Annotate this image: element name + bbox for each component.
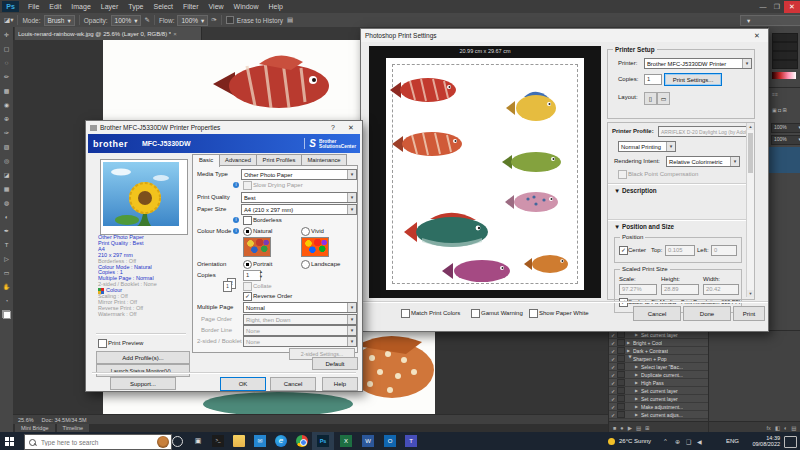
- quick-select-tool-icon[interactable]: ✏: [1, 72, 12, 82]
- support-button[interactable]: Support...: [110, 377, 176, 390]
- lock-icons[interactable]: ▣ ◘ ⊞: [772, 107, 787, 113]
- play-icon[interactable]: ▶: [628, 425, 632, 431]
- hand-tool-icon[interactable]: ✋: [1, 282, 12, 292]
- airbrush-icon[interactable]: ✑: [211, 16, 216, 24]
- action-dialog-toggle[interactable]: [617, 387, 625, 394]
- scroll-down-icon[interactable]: ▼: [747, 290, 754, 297]
- action-check-icon[interactable]: ✓: [609, 396, 617, 402]
- edge-icon[interactable]: e: [275, 435, 287, 447]
- brush-tool-icon[interactable]: ✑: [1, 128, 12, 138]
- description-section[interactable]: ▼ Description: [614, 187, 657, 194]
- help-button[interactable]: Help: [322, 377, 358, 391]
- action-dialog-toggle[interactable]: [617, 403, 625, 410]
- action-check-icon[interactable]: ✓: [609, 332, 617, 338]
- action-check-icon[interactable]: ✓: [609, 356, 617, 362]
- clock[interactable]: 14:3909/08/2022: [746, 435, 780, 447]
- close-icon[interactable]: ✕: [344, 124, 358, 132]
- copies-spinner[interactable]: ▲▼: [259, 269, 263, 279]
- gamut-warning-checkbox[interactable]: [471, 309, 480, 318]
- new-set-icon[interactable]: ▤: [636, 425, 641, 431]
- media-type-dropdown[interactable]: Other Photo Paper▾: [241, 169, 357, 180]
- done-button[interactable]: Done: [683, 306, 731, 321]
- menu-item[interactable]: Select: [154, 3, 173, 10]
- style-swatch[interactable]: [772, 42, 798, 51]
- sections-scrollbar[interactable]: ▲ ▼: [746, 123, 754, 297]
- style-swatch[interactable]: [772, 33, 798, 42]
- printer-dropdown[interactable]: Brother MFC-J5330DW Printer▾: [644, 58, 752, 69]
- eraser-tool-icon[interactable]: ◪: [1, 170, 12, 180]
- panel-tab[interactable]: Timeline: [57, 424, 90, 432]
- menu-item[interactable]: View: [209, 3, 224, 10]
- print-button[interactable]: Print: [733, 306, 765, 321]
- zoom-tool-icon[interactable]: ◔: [1, 296, 12, 306]
- adjustment-layer-icon[interactable]: ◐: [784, 425, 787, 431]
- chevron-down-icon[interactable]: ▾: [10, 16, 13, 24]
- layout-portrait-button[interactable]: ▯: [644, 92, 657, 105]
- printer-profile-dropdown[interactable]: ARRIFLEX D-20 Daylight Log (by Adobe)▾: [658, 126, 748, 137]
- print-quality-dropdown[interactable]: Best▾: [241, 192, 357, 203]
- action-check-icon[interactable]: ✓: [609, 412, 617, 418]
- two-sided-dropdown[interactable]: None▾: [243, 336, 357, 347]
- scale-field[interactable]: 97.27%: [619, 284, 657, 295]
- stop-icon[interactable]: ■: [613, 425, 616, 431]
- landscape-radio[interactable]: [301, 260, 310, 269]
- chat-icon[interactable]: ❑: [686, 438, 691, 445]
- help-icon[interactable]: ?: [326, 124, 340, 131]
- history-brush-tool-icon[interactable]: ◎: [1, 156, 12, 166]
- border-line-dropdown[interactable]: None▾: [243, 325, 357, 336]
- move-tool-icon[interactable]: ✛: [1, 30, 12, 40]
- action-row[interactable]: ✓ ▶ High Pass: [609, 379, 709, 387]
- pen-tool-icon[interactable]: ✒: [1, 226, 12, 236]
- action-row[interactable]: ✓ ▶ Duplicate current...: [609, 371, 709, 379]
- action-row[interactable]: ✓ ▶ Bright + Cool: [609, 339, 709, 347]
- action-row[interactable]: ✓ ▶ Select layer "Bac...: [609, 363, 709, 371]
- notification-center-icon[interactable]: [784, 436, 797, 448]
- lasso-tool-icon[interactable]: ◌: [1, 58, 12, 68]
- start-button[interactable]: [5, 437, 14, 446]
- status-monitor-button[interactable]: Launch Status Monitor(V)...: [96, 364, 190, 377]
- black-point-checkbox[interactable]: [618, 170, 627, 179]
- taskbar-search[interactable]: [24, 434, 172, 450]
- vivid-radio[interactable]: [301, 227, 310, 236]
- show-paper-white-checkbox[interactable]: [529, 309, 538, 318]
- document-tab[interactable]: Louis-renard-rainbow-wk.jpg @ 25.6% (Lay…: [15, 27, 202, 40]
- minimize-icon[interactable]: —: [756, 1, 770, 13]
- action-check-icon[interactable]: ✓: [609, 348, 617, 354]
- layers-fill-field[interactable]: 100%▾: [771, 135, 800, 145]
- menu-item[interactable]: Layer: [101, 3, 119, 10]
- menu-item[interactable]: File: [28, 3, 39, 10]
- shape-tool-icon[interactable]: ▭: [1, 268, 12, 278]
- weather-sun-icon[interactable]: [608, 438, 615, 445]
- zoom-level[interactable]: 25.6%: [18, 417, 34, 423]
- page-order-dropdown[interactable]: Right, then Down▾: [243, 314, 357, 325]
- cancel-button[interactable]: Cancel: [270, 377, 316, 391]
- brush-panel-icon[interactable]: ▤: [287, 16, 293, 24]
- center-checkbox[interactable]: [619, 246, 628, 255]
- action-dialog-toggle[interactable]: [617, 331, 625, 338]
- collate-checkbox[interactable]: [243, 282, 252, 291]
- brother-dialog-titlebar[interactable]: Brother MFC-J5330DW Printer Properties ?…: [86, 121, 362, 134]
- panel-tab[interactable]: Mini Bridge: [15, 424, 55, 432]
- close-icon[interactable]: ✕: [784, 1, 800, 13]
- opacity-dropdown[interactable]: 100%▾: [111, 15, 142, 26]
- workspace-dropdown[interactable]: ▾: [740, 15, 800, 26]
- layout-landscape-button[interactable]: ▭: [657, 92, 670, 105]
- action-dialog-toggle[interactable]: [617, 411, 625, 418]
- gradient-tool-icon[interactable]: ▦: [1, 184, 12, 194]
- type-tool-icon[interactable]: T: [1, 240, 12, 250]
- language-indicator[interactable]: ENG: [726, 438, 739, 444]
- pen-pressure-icon[interactable]: ✎: [144, 16, 149, 24]
- action-dialog-toggle[interactable]: [617, 339, 625, 346]
- action-check-icon[interactable]: ✓: [609, 380, 617, 386]
- marquee-tool-icon[interactable]: ▢: [1, 44, 12, 54]
- layer-effects-icon[interactable]: fx: [766, 425, 770, 431]
- settings-tab[interactable]: Basic: [192, 154, 220, 167]
- outlook-icon[interactable]: O: [384, 435, 396, 447]
- healing-tool-icon[interactable]: ⊕: [1, 114, 12, 124]
- action-check-icon[interactable]: ✓: [609, 404, 617, 410]
- search-input[interactable]: [39, 438, 143, 447]
- menu-item[interactable]: Edit: [49, 3, 61, 10]
- multiple-page-dropdown[interactable]: Normal▾: [243, 302, 357, 313]
- scroll-up-icon[interactable]: ▲: [747, 123, 754, 130]
- security-icon[interactable]: ⊕: [675, 438, 680, 445]
